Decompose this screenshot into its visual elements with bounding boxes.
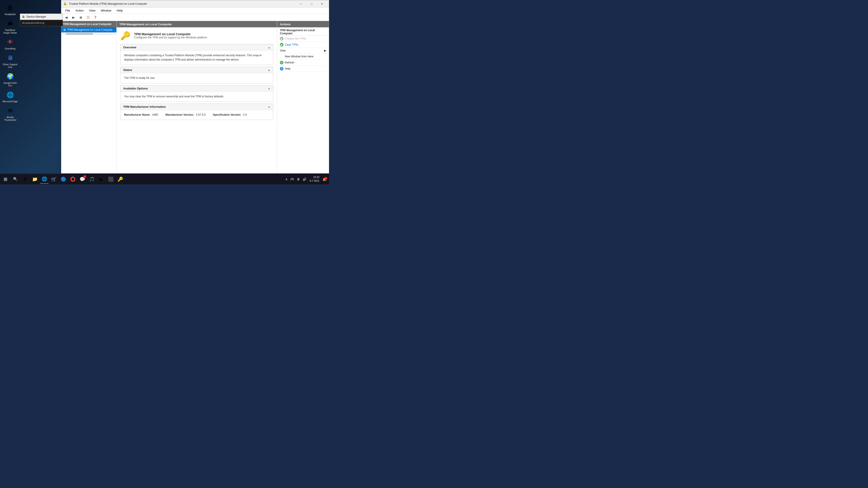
horizontal-scrollbar[interactable]: [61, 32, 116, 35]
menu-bar: File Action View Window Help: [61, 7, 329, 14]
notification-center[interactable]: 🔔 13: [322, 177, 327, 182]
clear-tpm-label: Clear TPM...: [285, 43, 300, 46]
menu-window[interactable]: Window: [98, 8, 114, 13]
taskbar-messenger[interactable]: 💬 9: [78, 175, 87, 184]
desktop-icon-google-earth[interactable]: 🌍 Google Earth Pro: [1, 70, 19, 89]
ruslakarfa-label: Ruslakarfa: [5, 13, 16, 16]
main-panel: TPM Management on Local Computer 🔑 TPM M…: [117, 21, 277, 173]
taskbar-terminal[interactable]: ⬛: [106, 175, 115, 184]
task-view-icon: ⧉: [24, 176, 27, 182]
tray-steam[interactable]: 🎮: [289, 177, 295, 182]
driver-support-label: Driver Support One: [2, 63, 18, 69]
keepass-icon: 🔑: [118, 176, 123, 182]
menu-view[interactable]: View: [87, 8, 98, 13]
section-status-body: The TPM is ready for use.: [121, 73, 273, 83]
taskbar-edge[interactable]: 🌐: [40, 175, 49, 184]
edge-taskbar-icon: 🌐: [41, 176, 47, 182]
desktop-icon-ruslakarfa[interactable]: 🗑 Ruslakarfa: [1, 2, 19, 17]
manufacturer-chevron: ▲: [268, 105, 270, 108]
taskbar-plex[interactable]: ▶: [97, 175, 106, 184]
cmd-window[interactable]: Skipanakvaðning: [20, 20, 63, 26]
action-refresh[interactable]: ↻ Refresh: [277, 60, 329, 66]
back-button[interactable]: ◀: [63, 15, 69, 20]
nav-header: TPM Management on Local Computer: [61, 21, 116, 27]
everything-label: Everything: [5, 47, 16, 50]
manufacturer-version-field: Manufacturer Version: 3.57.0.5: [165, 113, 206, 117]
desktop-icon-thunderbird[interactable]: ✉ Mozilla Thunderbird: [1, 105, 19, 123]
panel-header: TPM Management on Local Computer: [117, 21, 277, 27]
toolbar: ◀ ▶ ▦ 📋 ❓: [61, 14, 329, 21]
section-options-header[interactable]: Available Options ▲: [121, 86, 273, 92]
tray-chevron[interactable]: ∧: [284, 177, 288, 182]
tray-volume[interactable]: 🔊: [302, 177, 307, 182]
new-window-label: New Window from Here: [285, 55, 313, 58]
section-status: Status ▲ The TPM is ready for use.: [120, 67, 273, 83]
thunderbird-label: Mozilla Thunderbird: [2, 116, 18, 122]
plex-icon: ▶: [100, 176, 103, 182]
action-help[interactable]: ? Help: [277, 66, 329, 72]
google-earth-label: Google Earth Pro: [2, 82, 18, 87]
section-overview: Overview ▲ Windows computers containing …: [120, 44, 273, 65]
section-manufacturer-body: Manufacturer Name: AMD Manufacturer Vers…: [121, 110, 273, 120]
minimize-button[interactable]: —: [296, 0, 306, 7]
taskbar-file-explorer[interactable]: 📁: [30, 175, 39, 184]
section-overview-body: Windows computers containing a Trusted P…: [121, 51, 273, 65]
desktop-icon-driver-support[interactable]: 🖥 Driver Support One: [1, 52, 19, 70]
action-prepare-tpm[interactable]: ▶ Prepare the TPM...: [277, 36, 329, 42]
actions-header: Actions: [277, 21, 329, 27]
device-manager-bar-icon: 🖥: [22, 15, 25, 19]
view-label: View: [280, 49, 286, 52]
thunderbird-icon: ✉: [6, 106, 15, 115]
tray-network[interactable]: 🖥: [296, 177, 301, 182]
spec-version-value: 2.0: [243, 113, 247, 117]
prepare-tpm-label: Prepare the TPM...: [285, 37, 308, 40]
opera-icon: ⭕: [70, 176, 76, 182]
chrome-icon: 🔵: [61, 176, 66, 182]
taskbar-task-view[interactable]: ⧉: [21, 175, 30, 184]
taskbar-spotify[interactable]: 🎵: [87, 175, 96, 184]
forward-button[interactable]: ▶: [70, 15, 76, 20]
spec-version-field: Specification Version: 2.0: [213, 113, 247, 117]
action-clear-tpm[interactable]: ▶ Clear TPM...: [277, 42, 329, 48]
taskbar-keepass[interactable]: 🔑: [116, 175, 125, 184]
device-manager-bar[interactable]: 🖥 Device Manager: [20, 13, 63, 20]
desktop-icon-everything[interactable]: 👁 Everything: [1, 36, 19, 52]
section-manufacturer-header[interactable]: TPM Manufacturer Information ▲: [121, 104, 273, 110]
tpm-icon: 🔑: [120, 31, 130, 40]
desktop-icon-edge[interactable]: 🌐 Microsoft Edge: [1, 89, 19, 104]
desktop-icon-faststone[interactable]: 🏔 FastStone Image Viewer: [1, 18, 19, 36]
nav-pane: TPM Management on Local Computer 🖥 TPM M…: [61, 21, 117, 173]
section-manufacturer: TPM Manufacturer Information ▲ Manufactu…: [120, 103, 273, 120]
start-button[interactable]: ⊞: [0, 174, 11, 185]
menu-help[interactable]: Help: [114, 8, 125, 13]
section-overview-header[interactable]: Overview ▲: [121, 44, 273, 51]
clock-time: 23:20: [310, 175, 319, 179]
desktop-icons-container: 🗑 Ruslakarfa 🏔 FastStone Image Viewer 👁 …: [0, 0, 20, 172]
section-status-header[interactable]: Status ▲: [121, 67, 273, 73]
taskbar-opera[interactable]: ⭕: [68, 175, 77, 184]
console-tree-button[interactable]: ▦: [78, 15, 84, 20]
close-button[interactable]: ✕: [317, 0, 327, 7]
spec-version-label: Specification Version:: [213, 113, 241, 117]
taskbar-store[interactable]: 🛒: [49, 175, 58, 184]
tray-clock[interactable]: 23:20 6.7.2021: [308, 175, 321, 183]
action-view[interactable]: View ▶: [277, 48, 329, 54]
window-icon: 🔒: [63, 2, 68, 6]
overview-text: Windows computers containing a Trusted P…: [124, 53, 270, 62]
section-status-title: Status: [123, 68, 132, 72]
toolbar-help-button[interactable]: ❓: [92, 15, 98, 20]
nav-tree-item-tpm[interactable]: 🖥 TPM Management on Local Compute...: [61, 27, 116, 32]
section-options-body: You may clear the TPM to remove ownershi…: [121, 92, 273, 101]
scrollbar-thumb[interactable]: [66, 33, 93, 35]
taskbar-chrome[interactable]: 🔵: [59, 175, 68, 184]
action-new-window[interactable]: New Window from Here: [277, 54, 329, 60]
options-chevron: ▲: [268, 87, 270, 90]
status-chevron: ▲: [268, 69, 270, 71]
maximize-button[interactable]: □: [306, 0, 317, 7]
menu-action[interactable]: Action: [73, 8, 86, 13]
taskbar-search-button[interactable]: 🔍: [11, 175, 20, 183]
overview-chevron: ▲: [268, 46, 270, 49]
nav-tree-icon: 🖥: [63, 28, 66, 32]
properties-button[interactable]: 📋: [85, 15, 91, 20]
menu-file[interactable]: File: [63, 8, 72, 13]
